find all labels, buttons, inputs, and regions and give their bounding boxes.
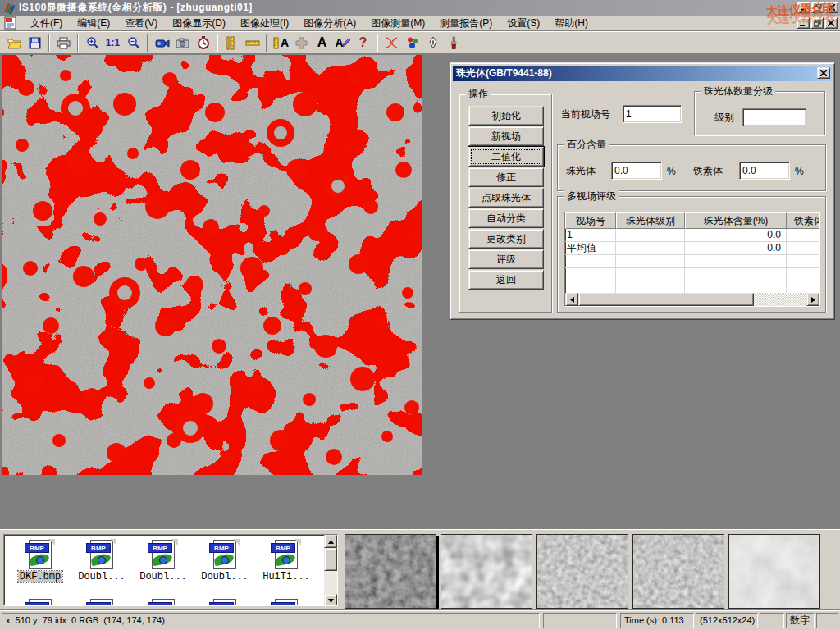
measure-annotate-button[interactable]: A bbox=[271, 33, 291, 52]
correct-button[interactable]: 修正 bbox=[468, 167, 544, 187]
edit-text-button[interactable]: A bbox=[332, 33, 353, 52]
binarize-button[interactable]: 二值化 bbox=[468, 147, 544, 167]
table-row[interactable]: 1 0.0 bbox=[565, 229, 819, 242]
camera-capture-button[interactable] bbox=[172, 33, 193, 52]
thumbnail-image-5[interactable] bbox=[728, 534, 820, 609]
arrow-left-icon bbox=[570, 297, 574, 303]
minimize-button[interactable] bbox=[797, 2, 810, 13]
document-icon[interactable] bbox=[3, 16, 20, 30]
scrollbar-thumb[interactable] bbox=[324, 548, 337, 571]
particle-count-button[interactable] bbox=[402, 33, 422, 52]
open-button[interactable] bbox=[4, 33, 25, 52]
restore-button[interactable] bbox=[811, 2, 824, 13]
scroll-right-button[interactable] bbox=[806, 293, 819, 306]
micrograph-image[interactable] bbox=[2, 55, 422, 475]
menu-measure-report[interactable]: 测量报告(P) bbox=[432, 16, 500, 30]
col-header-field[interactable]: 视场号 bbox=[565, 212, 616, 229]
menu-file[interactable]: 文件(F) bbox=[23, 16, 70, 30]
restore-icon bbox=[814, 20, 821, 27]
col-header-ferrite[interactable]: 铁素体含 bbox=[787, 212, 820, 229]
table-horizontal-scrollbar[interactable] bbox=[565, 293, 819, 306]
grade-button[interactable]: 评级 bbox=[468, 249, 544, 269]
text-tool-button[interactable]: A bbox=[312, 33, 332, 52]
ferrite-percent-input[interactable] bbox=[739, 162, 790, 180]
dialog-close-button[interactable] bbox=[817, 67, 830, 79]
scroll-down-button[interactable] bbox=[324, 594, 337, 606]
close-button[interactable] bbox=[825, 2, 838, 13]
file-item[interactable]: BMP bbox=[195, 599, 254, 606]
table-row-empty[interactable] bbox=[565, 268, 819, 281]
pen-tool-button[interactable] bbox=[422, 33, 443, 52]
thumbnail-image-1[interactable] bbox=[345, 534, 436, 609]
file-name[interactable]: Doubl... bbox=[138, 571, 189, 582]
dialog-title-bar[interactable]: 珠光体(GB/T9441-88) bbox=[453, 66, 832, 81]
ruler-tool-button[interactable] bbox=[242, 33, 262, 52]
caliper-tool-button[interactable] bbox=[221, 33, 242, 52]
minimize-icon bbox=[801, 5, 807, 11]
menu-help[interactable]: 帮助(H) bbox=[547, 16, 596, 30]
level-input[interactable] bbox=[742, 108, 806, 126]
print-button[interactable] bbox=[53, 33, 74, 52]
help-button[interactable]: ? bbox=[353, 33, 373, 52]
dialog-title: 珠光体(GB/T9441-88) bbox=[456, 66, 552, 80]
scroll-left-button[interactable] bbox=[565, 293, 578, 306]
file-item[interactable]: BMP bbox=[72, 599, 131, 606]
file-item[interactable]: BMP bbox=[257, 599, 316, 606]
file-item[interactable]: BMP Doubl... bbox=[134, 540, 193, 582]
thumbnail-image-2[interactable] bbox=[441, 534, 532, 609]
table-row-empty[interactable] bbox=[565, 255, 819, 268]
close-icon bbox=[828, 20, 834, 26]
thumbnail-image-4[interactable] bbox=[632, 534, 724, 609]
file-item[interactable]: BMP HuiTi... bbox=[257, 540, 316, 582]
save-button[interactable] bbox=[25, 33, 45, 52]
zoom-in-button[interactable] bbox=[82, 33, 103, 52]
menu-image-display[interactable]: 图像显示(D) bbox=[165, 16, 233, 30]
child-minimize-button[interactable] bbox=[797, 17, 810, 29]
ferrite-unit: % bbox=[795, 166, 804, 178]
menu-settings[interactable]: 设置(S) bbox=[500, 16, 547, 30]
file-item[interactable]: BMP Doubl... bbox=[195, 540, 254, 582]
table-row[interactable]: 平均值 0.0 bbox=[565, 242, 819, 255]
col-header-level[interactable]: 珠光体级别 bbox=[616, 212, 685, 229]
child-restore-button[interactable] bbox=[810, 17, 824, 29]
menu-image-measure[interactable]: 图像测量(M) bbox=[363, 16, 432, 30]
pencil-icon bbox=[342, 38, 350, 48]
init-button[interactable]: 初始化 bbox=[468, 106, 544, 126]
menu-edit[interactable]: 编辑(E) bbox=[70, 16, 117, 30]
timer-button[interactable] bbox=[193, 33, 213, 52]
small-ruler-icon bbox=[273, 37, 280, 49]
thumbnail-image-3[interactable] bbox=[536, 534, 628, 609]
menu-image-process[interactable]: 图像处理(I) bbox=[233, 16, 296, 30]
pearlite-percent-input[interactable] bbox=[611, 162, 662, 180]
brush-tool-button[interactable] bbox=[443, 33, 463, 52]
video-capture-button[interactable] bbox=[152, 33, 172, 52]
zoom-out-button[interactable] bbox=[123, 33, 144, 52]
video-camera-icon bbox=[155, 38, 170, 48]
file-name[interactable]: Doubl... bbox=[76, 571, 127, 582]
current-field-input[interactable] bbox=[623, 105, 682, 123]
actual-size-button[interactable]: 1:1 bbox=[103, 33, 123, 52]
change-class-button[interactable]: 更改类别 bbox=[468, 229, 544, 249]
pick-pearlite-button[interactable]: 点取珠光体 bbox=[468, 188, 544, 208]
file-item[interactable]: BMP Doubl... bbox=[72, 540, 131, 582]
auto-classify-button[interactable]: 自动分类 bbox=[468, 208, 544, 228]
file-name[interactable]: Doubl... bbox=[199, 571, 250, 582]
status-bar: x: 510 y: 79 idx: 0 RGB: (174, 174, 174)… bbox=[0, 609, 840, 630]
file-item[interactable]: BMP bbox=[11, 599, 70, 606]
menu-view[interactable]: 查看(V) bbox=[117, 16, 165, 30]
menu-image-analysis[interactable]: 图像分析(A) bbox=[296, 16, 363, 30]
col-header-content[interactable]: 珠光体含量(%) bbox=[685, 212, 787, 229]
curve-tool-button[interactable] bbox=[381, 33, 402, 52]
file-name[interactable]: HuiTi... bbox=[261, 571, 312, 582]
new-field-button[interactable]: 新视场 bbox=[468, 126, 544, 146]
file-item[interactable]: BMP DKF.bmp bbox=[11, 540, 70, 582]
scrollbar-thumb[interactable] bbox=[578, 293, 754, 306]
file-browser-scrollbar[interactable] bbox=[324, 535, 337, 606]
merge-button[interactable] bbox=[291, 33, 312, 52]
scrollbar-track[interactable] bbox=[754, 293, 806, 306]
child-close-button[interactable] bbox=[824, 17, 838, 29]
file-name[interactable]: DKF.bmp bbox=[18, 571, 62, 582]
scroll-up-button[interactable] bbox=[324, 535, 337, 548]
return-button[interactable]: 返回 bbox=[468, 270, 544, 290]
file-item[interactable]: BMP bbox=[134, 599, 193, 606]
